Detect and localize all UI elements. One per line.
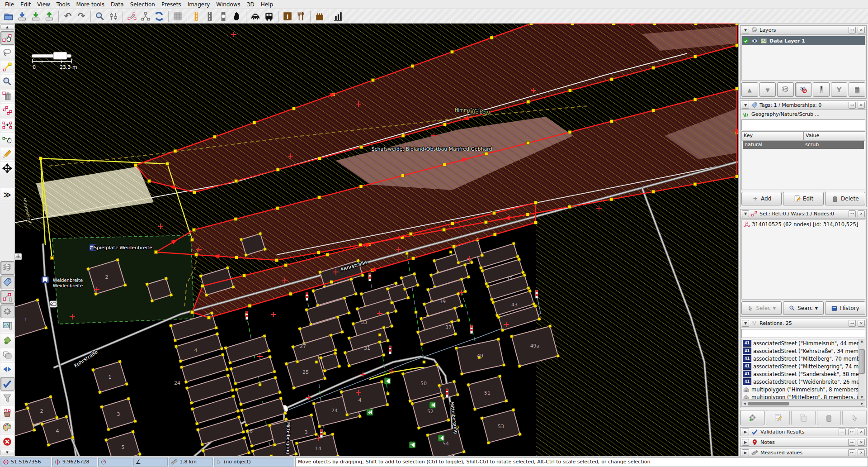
junction-preset-button[interactable]: [217, 10, 230, 23]
expand-icon[interactable]: ▶: [742, 449, 749, 456]
new-relation-button[interactable]: [740, 410, 764, 425]
barrier-pole-icon[interactable]: [369, 273, 371, 281]
node[interactable]: [245, 424, 248, 427]
node[interactable]: [462, 450, 465, 453]
node[interactable]: [487, 441, 490, 444]
node[interactable]: [26, 407, 29, 410]
node[interactable]: [125, 382, 128, 386]
node[interactable]: [33, 428, 36, 431]
node[interactable]: [268, 355, 271, 358]
node[interactable]: [378, 340, 381, 343]
selected-node[interactable]: [284, 264, 288, 267]
tool-unglue[interactable]: [0, 104, 14, 117]
node[interactable]: [323, 369, 326, 372]
node[interactable]: [457, 261, 460, 264]
node[interactable]: [481, 253, 484, 257]
node[interactable]: [44, 326, 47, 329]
node[interactable]: [453, 306, 456, 310]
node[interactable]: [279, 397, 282, 400]
selected-node[interactable]: [530, 24, 533, 25]
selected-node[interactable]: [134, 164, 137, 167]
entrance-icon[interactable]: [429, 402, 436, 408]
tool-select[interactable]: [0, 31, 14, 45]
heading-box[interactable]: [98, 457, 132, 467]
node[interactable]: [312, 402, 315, 405]
node[interactable]: [394, 281, 397, 285]
menu-windows[interactable]: Windows: [213, 0, 244, 9]
relation-item[interactable]: multipolygon ("Himmelsruh", 8 members,: [742, 386, 865, 393]
close-icon[interactable]: ✕: [858, 429, 865, 435]
selected-node[interactable]: [610, 78, 613, 81]
node[interactable]: [440, 394, 443, 397]
node[interactable]: [334, 352, 337, 355]
node[interactable]: [456, 393, 459, 396]
layer-opacity-button[interactable]: [813, 82, 830, 97]
menu-more-tools[interactable]: More tools: [73, 0, 108, 9]
node[interactable]: [100, 405, 103, 408]
node[interactable]: [174, 338, 177, 342]
node[interactable]: [467, 383, 470, 386]
node[interactable]: [264, 248, 267, 251]
node[interactable]: [231, 389, 234, 392]
selected-way-item[interactable]: 314010525 (62 nodes) [id: 314,010,525]: [742, 220, 865, 229]
selected-node[interactable]: [451, 222, 454, 225]
node[interactable]: [413, 272, 416, 275]
node[interactable]: [221, 353, 224, 356]
select-relation-button[interactable]: [842, 410, 867, 425]
node[interactable]: [479, 266, 482, 269]
tag-row[interactable]: natural scrub: [743, 141, 864, 149]
longitude-box[interactable]: 9.9626728: [52, 457, 97, 467]
selected-node[interactable]: [248, 304, 251, 307]
node[interactable]: [116, 258, 119, 262]
node[interactable]: [501, 329, 504, 332]
relations-hscrollbar[interactable]: ◀▶: [741, 400, 865, 407]
node[interactable]: [378, 334, 381, 336]
node[interactable]: [131, 430, 134, 433]
selected-node[interactable]: [610, 198, 613, 201]
node[interactable]: [210, 311, 213, 315]
selected-node[interactable]: [276, 168, 279, 172]
node[interactable]: [454, 332, 457, 335]
node[interactable]: [259, 383, 261, 386]
preset-value-field[interactable]: [741, 119, 865, 130]
node[interactable]: [267, 349, 270, 352]
node[interactable]: [497, 338, 500, 341]
node[interactable]: [291, 345, 294, 348]
selected-node[interactable]: [411, 64, 414, 67]
selected-node[interactable]: [484, 220, 487, 224]
node[interactable]: [423, 361, 425, 363]
preset-link[interactable]: Geography/Nature/Scrub ...: [741, 110, 866, 119]
node[interactable]: [344, 351, 347, 354]
node[interactable]: [146, 283, 149, 286]
selection-menu-button[interactable]: Selec▼: [741, 301, 782, 315]
node[interactable]: [512, 242, 515, 245]
menu-tools[interactable]: Tools: [53, 0, 73, 9]
node[interactable]: [191, 407, 194, 410]
node[interactable]: [470, 261, 473, 264]
selected-node[interactable]: [534, 201, 538, 205]
node[interactable]: [134, 419, 137, 423]
menu-edit[interactable]: Edit: [17, 0, 34, 9]
node[interactable]: [449, 251, 452, 253]
node[interactable]: [151, 299, 154, 302]
node[interactable]: [361, 274, 364, 277]
node[interactable]: [240, 409, 243, 412]
toggle-validator[interactable]: [0, 377, 14, 391]
layer-active-check-icon[interactable]: [743, 38, 749, 44]
close-icon[interactable]: ✕: [858, 439, 865, 446]
node[interactable]: [127, 397, 130, 400]
node[interactable]: [215, 326, 218, 329]
merge-down-button[interactable]: Y: [831, 82, 848, 97]
node[interactable]: [169, 324, 172, 327]
selected-node[interactable]: [490, 36, 493, 39]
key-column-header[interactable]: Key: [741, 131, 803, 140]
duplicate-relation-button[interactable]: [791, 410, 816, 425]
node[interactable]: [242, 430, 245, 434]
node[interactable]: [91, 368, 94, 371]
node[interactable]: [467, 275, 470, 278]
node[interactable]: [429, 273, 433, 276]
node[interactable]: [231, 285, 235, 288]
selected-node[interactable]: [191, 311, 194, 314]
toggle-selection[interactable]: [0, 290, 14, 304]
node[interactable]: [315, 361, 318, 363]
